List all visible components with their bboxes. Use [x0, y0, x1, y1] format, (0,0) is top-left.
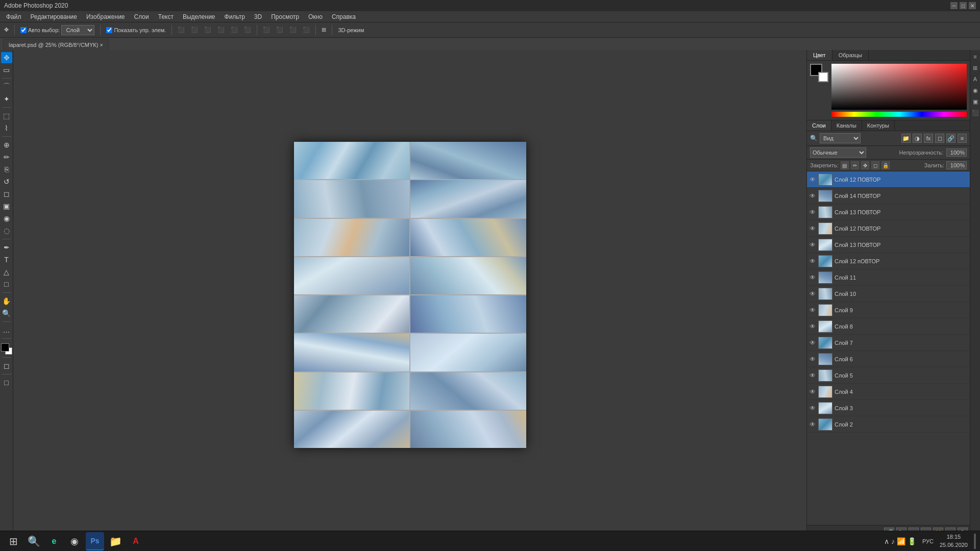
- hue-bar[interactable]: [831, 112, 967, 117]
- layer-style-btn[interactable]: fx: [924, 134, 933, 143]
- layer-item-1[interactable]: 👁Слой 12 ПОВТОР: [807, 171, 970, 188]
- layer-item-3[interactable]: 👁Слой 13 ПОВТОР: [807, 204, 970, 220]
- maximize-button[interactable]: □: [960, 2, 967, 9]
- layer-item-7[interactable]: 👁Слой 11: [807, 269, 970, 286]
- adjustment-layer-btn[interactable]: ◑: [913, 134, 922, 143]
- pen-tool-btn[interactable]: ✒: [1, 242, 12, 253]
- layer-eye-16[interactable]: 👁: [809, 421, 816, 428]
- layer-eye-4[interactable]: 👁: [809, 225, 816, 232]
- layer-eye-5[interactable]: 👁: [809, 241, 816, 248]
- menu-text[interactable]: Текст: [154, 12, 178, 21]
- start-button[interactable]: ⊞: [4, 532, 22, 550]
- panel-toggle-6[interactable]: ⬛: [971, 108, 980, 117]
- chrome-browser[interactable]: ◉: [65, 532, 84, 550]
- quick-mask-btn[interactable]: ◻: [1, 360, 12, 371]
- panel-toggle-3[interactable]: A: [971, 74, 980, 84]
- link-btn[interactable]: 🔗: [946, 134, 955, 143]
- opacity-input[interactable]: [946, 148, 967, 157]
- new-group-btn[interactable]: 📁: [901, 134, 911, 143]
- document-tab[interactable]: laparet.psd @ 25% (RGB/8°/CMYК) ×: [3, 39, 109, 50]
- layer-eye-15[interactable]: 👁: [809, 405, 816, 412]
- lock-position-btn[interactable]: ✥: [861, 161, 869, 169]
- distribute-top[interactable]: ⬛: [287, 26, 299, 34]
- layer-item-12[interactable]: 👁Слой 6: [807, 351, 970, 367]
- crop-tool-btn[interactable]: ⬚: [1, 110, 12, 121]
- edge-browser[interactable]: e: [45, 532, 63, 550]
- move-tool-toggle[interactable]: ✥: [2, 26, 11, 34]
- layer-item-13[interactable]: 👁Слой 5: [807, 367, 970, 384]
- background-color[interactable]: [818, 72, 828, 82]
- fill-input[interactable]: [946, 161, 967, 169]
- lock-all-btn[interactable]: 🔒: [881, 161, 890, 169]
- color-gradient[interactable]: [831, 64, 967, 110]
- color-tab[interactable]: Цвет: [807, 50, 832, 60]
- menu-file[interactable]: Файл: [2, 12, 26, 21]
- text-tool-btn[interactable]: T: [1, 254, 12, 265]
- layer-eye-10[interactable]: 👁: [809, 323, 816, 330]
- layer-settings-btn[interactable]: ≡: [958, 134, 967, 143]
- move-tool-btn[interactable]: ✥: [1, 52, 12, 63]
- layer-eye-8[interactable]: 👁: [809, 290, 816, 297]
- grid-button[interactable]: ⊞: [320, 26, 328, 34]
- more-tools-btn[interactable]: …: [1, 324, 12, 336]
- distribute-bottom[interactable]: ⬛: [301, 26, 312, 34]
- lock-artboard-btn[interactable]: ◻: [871, 161, 879, 169]
- minimize-button[interactable]: ─: [950, 2, 958, 9]
- dodge-tool-btn[interactable]: ◌: [1, 225, 12, 236]
- acrobat-app[interactable]: A: [127, 532, 145, 550]
- layer-eye-7[interactable]: 👁: [809, 274, 816, 281]
- align-top[interactable]: ⬛: [215, 26, 227, 34]
- distribute-right[interactable]: ⬛: [274, 26, 285, 34]
- layer-item-2[interactable]: 👁Слой 14 ПОВТОР: [807, 188, 970, 204]
- photoshop-app[interactable]: Ps: [86, 532, 104, 550]
- menu-help[interactable]: Справка: [328, 12, 360, 21]
- panel-toggle-5[interactable]: ▣: [971, 97, 980, 106]
- brush-tool-btn[interactable]: ✏: [1, 152, 12, 163]
- path-select-btn[interactable]: △: [1, 266, 12, 278]
- layer-item-11[interactable]: 👁Слой 7: [807, 335, 970, 351]
- search-button[interactable]: 🔍: [24, 532, 43, 550]
- menu-3d[interactable]: 3D: [250, 12, 266, 21]
- blur-tool-btn[interactable]: ◉: [1, 213, 12, 224]
- window-controls[interactable]: ─ □ ✕: [950, 2, 976, 9]
- layers-tab[interactable]: Слои: [807, 120, 831, 131]
- show-desktop-btn[interactable]: [974, 534, 976, 549]
- menu-image[interactable]: Изображение: [82, 12, 129, 21]
- layer-eye-1[interactable]: 👁: [809, 176, 816, 183]
- panel-toggle-2[interactable]: ⊞: [971, 63, 980, 72]
- show-transform-checkbox[interactable]: [106, 27, 112, 33]
- screen-mode-btn[interactable]: □: [1, 377, 12, 388]
- close-button[interactable]: ✕: [969, 2, 976, 9]
- healing-tool-btn[interactable]: ⊕: [1, 139, 12, 151]
- layer-eye-6[interactable]: 👁: [809, 258, 816, 265]
- channels-tab[interactable]: Каналы: [831, 120, 862, 131]
- lock-transparent-btn[interactable]: ▤: [841, 161, 849, 169]
- layer-eye-13[interactable]: 👁: [809, 372, 816, 379]
- menu-layers[interactable]: Слои: [130, 12, 153, 21]
- align-left[interactable]: ⬛: [176, 26, 187, 34]
- gradient-tool-btn[interactable]: ▣: [1, 201, 12, 212]
- shape-tool-btn[interactable]: □: [1, 279, 12, 290]
- history-tool-btn[interactable]: ↺: [1, 176, 12, 187]
- layer-item-16[interactable]: 👁Слой 2: [807, 416, 970, 433]
- align-center-v[interactable]: ⬛: [189, 26, 200, 34]
- blend-mode-select[interactable]: Обычные: [810, 147, 866, 158]
- layer-item-15[interactable]: 👁Слой 3: [807, 400, 970, 416]
- color-swatches[interactable]: [810, 64, 828, 82]
- align-bottom[interactable]: ⬛: [242, 26, 253, 34]
- layer-type-filter[interactable]: Вид: [820, 133, 861, 143]
- align-center-h[interactable]: ⬛: [229, 26, 240, 34]
- layer-eye-14[interactable]: 👁: [809, 388, 816, 395]
- panel-toggle-1[interactable]: ≡: [971, 52, 980, 61]
- auto-select-checkbox[interactable]: [20, 27, 27, 33]
- layer-item-14[interactable]: 👁Слой 4: [807, 384, 970, 400]
- file-explorer[interactable]: 📁: [106, 532, 125, 550]
- layer-list[interactable]: 👁Слой 12 ПОВТОР👁Слой 14 ПОВТОР👁Слой 13 П…: [807, 171, 970, 525]
- menu-filter[interactable]: Фильтр: [220, 12, 249, 21]
- align-right[interactable]: ⬛: [202, 26, 213, 34]
- eraser-tool-btn[interactable]: ◻: [1, 188, 12, 199]
- layer-eye-2[interactable]: 👁: [809, 192, 816, 199]
- eyedropper-tool-btn[interactable]: ⌇: [1, 122, 12, 134]
- samples-tab[interactable]: Образцы: [832, 50, 869, 60]
- paths-tab[interactable]: Контуры: [862, 120, 895, 131]
